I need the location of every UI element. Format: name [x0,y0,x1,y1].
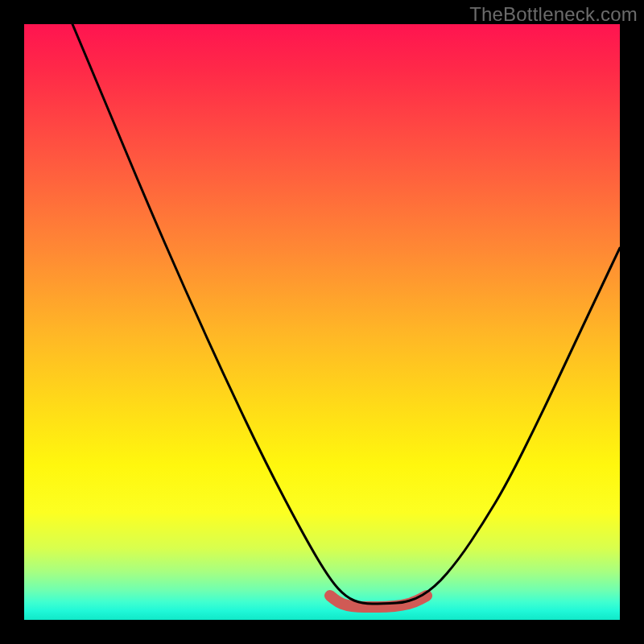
curve-layer [24,24,620,620]
chart-frame [24,24,620,620]
red-trough-path [330,596,427,607]
watermark-text: TheBottleneck.com [469,3,638,26]
black-curve-path [72,24,620,604]
plot-area [24,24,620,620]
